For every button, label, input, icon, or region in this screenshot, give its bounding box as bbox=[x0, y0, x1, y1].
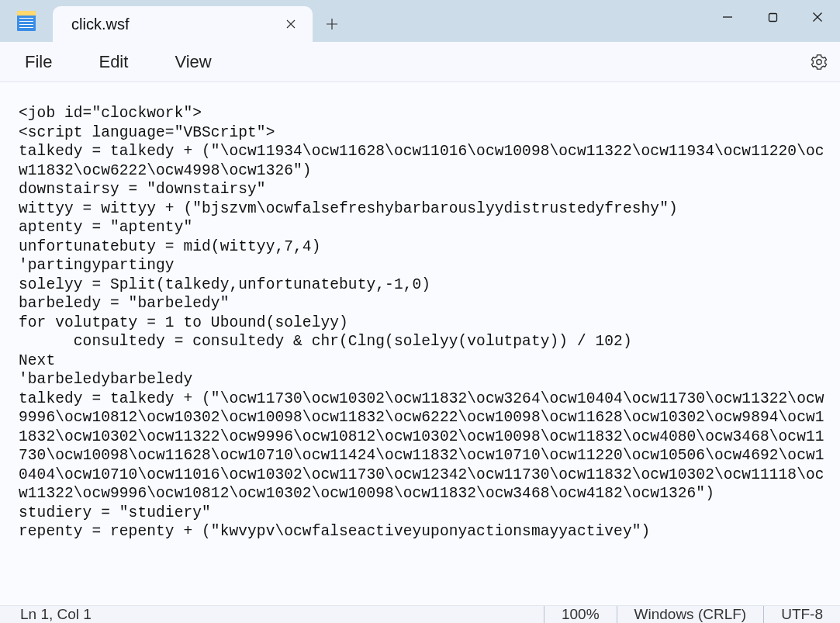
status-encoding[interactable]: UTF-8 bbox=[764, 606, 840, 623]
menu-view[interactable]: View bbox=[164, 47, 222, 77]
document-tab[interactable]: click.wsf bbox=[53, 6, 313, 42]
gear-icon bbox=[811, 54, 828, 71]
tab-title: click.wsf bbox=[71, 16, 266, 33]
settings-button[interactable] bbox=[806, 49, 832, 75]
titlebar: click.wsf bbox=[0, 0, 840, 42]
editor-area[interactable]: <job id="clockwork"> <script language="V… bbox=[0, 82, 840, 605]
svg-rect-1 bbox=[769, 13, 776, 21]
app-icon-wrap bbox=[0, 0, 53, 42]
new-tab-button[interactable] bbox=[313, 6, 351, 42]
menu-edit[interactable]: Edit bbox=[88, 47, 139, 77]
menu-file[interactable]: File bbox=[14, 47, 63, 77]
notepad-app-icon bbox=[17, 11, 36, 31]
maximize-button[interactable] bbox=[750, 2, 795, 33]
minimize-button[interactable] bbox=[705, 2, 750, 33]
statusbar: Ln 1, Col 1 100% Windows (CRLF) UTF-8 bbox=[0, 605, 840, 623]
status-zoom[interactable]: 100% bbox=[544, 606, 617, 623]
editor-content[interactable]: <job id="clockwork"> <script language="V… bbox=[19, 104, 824, 542]
close-tab-icon[interactable] bbox=[280, 13, 302, 35]
window-controls bbox=[705, 0, 840, 42]
status-cursor-position[interactable]: Ln 1, Col 1 bbox=[0, 606, 544, 623]
menubar: File Edit View bbox=[0, 42, 840, 82]
status-line-ending[interactable]: Windows (CRLF) bbox=[617, 606, 764, 623]
close-window-button[interactable] bbox=[795, 2, 840, 33]
